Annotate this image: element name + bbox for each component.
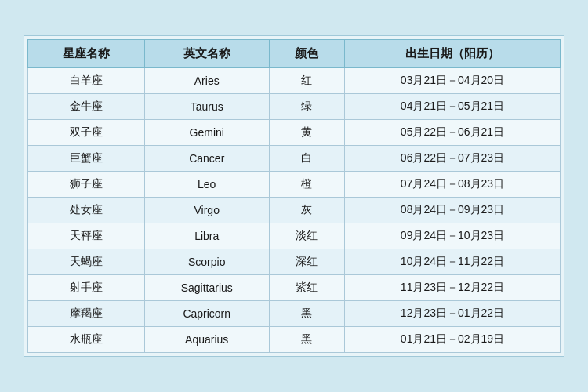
header-color: 颜色 bbox=[269, 40, 344, 68]
table-row: 天蝎座Scorpio深红10月24日－11月22日 bbox=[28, 249, 561, 275]
cell-dates: 12月23日－01月22日 bbox=[345, 301, 561, 327]
cell-chinese-name: 天秤座 bbox=[28, 223, 145, 249]
table-row: 金牛座Taurus绿04月21日－05月21日 bbox=[28, 94, 561, 120]
cell-chinese-name: 狮子座 bbox=[28, 172, 145, 198]
cell-english-name: Libra bbox=[144, 223, 269, 249]
cell-dates: 03月21日－04月20日 bbox=[345, 68, 561, 94]
cell-dates: 09月24日－10月23日 bbox=[345, 223, 561, 249]
table-row: 巨蟹座Cancer白06月22日－07月23日 bbox=[28, 146, 561, 172]
header-chinese-name: 星座名称 bbox=[28, 40, 145, 68]
cell-dates: 10月24日－11月22日 bbox=[345, 249, 561, 275]
cell-english-name: Gemini bbox=[144, 120, 269, 146]
cell-color: 绿 bbox=[269, 94, 344, 120]
cell-english-name: Scorpio bbox=[144, 249, 269, 275]
table-row: 处女座Virgo灰08月24日－09月23日 bbox=[28, 198, 561, 223]
cell-color: 黑 bbox=[269, 301, 344, 327]
cell-chinese-name: 天蝎座 bbox=[28, 249, 145, 275]
cell-color: 淡红 bbox=[269, 223, 344, 249]
cell-color: 红 bbox=[269, 68, 344, 94]
table-row: 双子座Gemini黄05月22日－06月21日 bbox=[28, 120, 561, 146]
table-body: 白羊座Aries红03月21日－04月20日金牛座Taurus绿04月21日－0… bbox=[28, 68, 561, 353]
cell-dates: 05月22日－06月21日 bbox=[345, 120, 561, 146]
cell-chinese-name: 白羊座 bbox=[28, 68, 145, 94]
table-row: 射手座Sagittarius紫红11月23日－12月22日 bbox=[28, 275, 561, 301]
cell-english-name: Virgo bbox=[144, 198, 269, 223]
cell-color: 深红 bbox=[269, 249, 344, 275]
cell-chinese-name: 摩羯座 bbox=[28, 301, 145, 327]
table-row: 白羊座Aries红03月21日－04月20日 bbox=[28, 68, 561, 94]
cell-color: 白 bbox=[269, 146, 344, 172]
table-row: 摩羯座Capricorn黑12月23日－01月22日 bbox=[28, 301, 561, 327]
cell-dates: 08月24日－09月23日 bbox=[345, 198, 561, 223]
table-row: 水瓶座Aquarius黑01月21日－02月19日 bbox=[28, 327, 561, 353]
table-header-row: 星座名称 英文名称 颜色 出生日期（阳历） bbox=[28, 40, 561, 68]
cell-english-name: Sagittarius bbox=[144, 275, 269, 301]
cell-chinese-name: 射手座 bbox=[28, 275, 145, 301]
cell-dates: 07月24日－08月23日 bbox=[345, 172, 561, 198]
cell-english-name: Taurus bbox=[144, 94, 269, 120]
cell-color: 黄 bbox=[269, 120, 344, 146]
table-row: 天秤座Libra淡红09月24日－10月23日 bbox=[28, 223, 561, 249]
cell-chinese-name: 巨蟹座 bbox=[28, 146, 145, 172]
cell-chinese-name: 处女座 bbox=[28, 198, 145, 223]
cell-english-name: Aries bbox=[144, 68, 269, 94]
cell-color: 黑 bbox=[269, 327, 344, 353]
cell-english-name: Leo bbox=[144, 172, 269, 198]
cell-dates: 06月22日－07月23日 bbox=[345, 146, 561, 172]
cell-color: 灰 bbox=[269, 198, 344, 223]
cell-color: 紫红 bbox=[269, 275, 344, 301]
cell-english-name: Capricorn bbox=[144, 301, 269, 327]
cell-chinese-name: 水瓶座 bbox=[28, 327, 145, 353]
zodiac-table: 星座名称 英文名称 颜色 出生日期（阳历） 白羊座Aries红03月21日－04… bbox=[27, 39, 561, 353]
cell-color: 橙 bbox=[269, 172, 344, 198]
table-row: 狮子座Leo橙07月24日－08月23日 bbox=[28, 172, 561, 198]
cell-english-name: Cancer bbox=[144, 146, 269, 172]
zodiac-table-container: 星座名称 英文名称 颜色 出生日期（阳历） 白羊座Aries红03月21日－04… bbox=[24, 35, 564, 357]
cell-english-name: Aquarius bbox=[144, 327, 269, 353]
cell-chinese-name: 金牛座 bbox=[28, 94, 145, 120]
header-dates: 出生日期（阳历） bbox=[345, 40, 561, 68]
cell-chinese-name: 双子座 bbox=[28, 120, 145, 146]
cell-dates: 11月23日－12月22日 bbox=[345, 275, 561, 301]
header-english-name: 英文名称 bbox=[144, 40, 269, 68]
cell-dates: 01月21日－02月19日 bbox=[345, 327, 561, 353]
cell-dates: 04月21日－05月21日 bbox=[345, 94, 561, 120]
